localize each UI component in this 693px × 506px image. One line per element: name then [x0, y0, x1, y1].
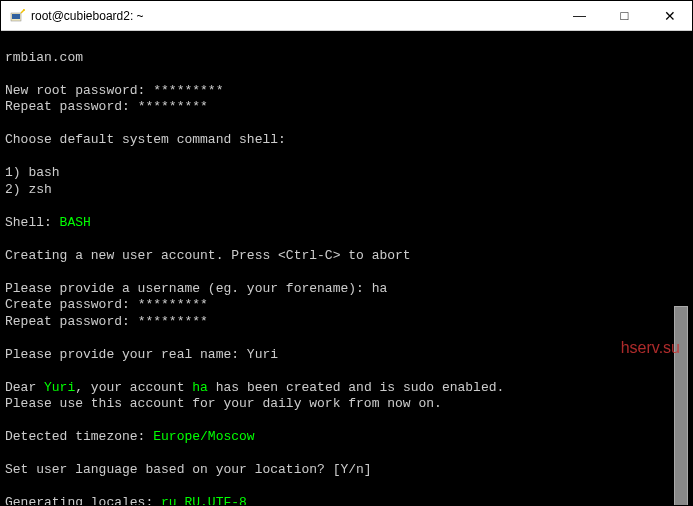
- prompt-label: Create password:: [5, 297, 138, 312]
- text-line: Creating a new user account. Press <Ctrl…: [5, 248, 411, 263]
- menu-option: 2) zsh: [5, 182, 52, 197]
- realname-input: Yuri: [247, 347, 278, 362]
- svg-rect-1: [12, 14, 20, 19]
- masked-password: *********: [153, 83, 223, 98]
- text-line: has been created and is sudo enabled.: [208, 380, 504, 395]
- scrollbar-thumb[interactable]: [674, 306, 688, 505]
- prompt-label: Please provide a username (eg. your fore…: [5, 281, 372, 296]
- maximize-button[interactable]: □: [602, 1, 647, 30]
- shell-selected: BASH: [60, 215, 91, 230]
- window-title: root@cubieboard2: ~: [31, 9, 557, 23]
- masked-password: *********: [138, 314, 208, 329]
- window-titlebar: root@cubieboard2: ~ — □ ✕: [1, 1, 692, 31]
- minimize-button[interactable]: —: [557, 1, 602, 30]
- prompt-label: Generating locales:: [5, 495, 161, 505]
- masked-password: *********: [138, 99, 208, 114]
- prompt-label: Repeat password:: [5, 99, 138, 114]
- prompt-label: Shell:: [5, 215, 60, 230]
- masked-password: *********: [138, 297, 208, 312]
- prompt-label: Detected timezone:: [5, 429, 153, 444]
- text-line: Choose default system command shell:: [5, 132, 286, 147]
- text-line: Please use this account for your daily w…: [5, 396, 442, 411]
- prompt-label: Repeat password:: [5, 314, 138, 329]
- text-line: Set user language based on your location…: [5, 462, 372, 477]
- text-line: Dear: [5, 380, 44, 395]
- putty-icon: [9, 8, 25, 24]
- close-button[interactable]: ✕: [647, 1, 692, 30]
- terminal-viewport[interactable]: rmbian.com New root password: ********* …: [1, 31, 692, 505]
- svg-point-3: [23, 9, 25, 11]
- timezone-value: Europe/Moscow: [153, 429, 254, 444]
- window-controls: — □ ✕: [557, 1, 692, 30]
- locale-value: ru_RU.UTF-8: [161, 495, 247, 505]
- menu-option: 1) bash: [5, 165, 60, 180]
- text-line: rmbian.com: [5, 50, 83, 65]
- prompt-label: New root password:: [5, 83, 153, 98]
- text-line: , your account: [75, 380, 192, 395]
- username-echo: ha: [192, 380, 208, 395]
- terminal-content: rmbian.com New root password: ********* …: [5, 50, 688, 506]
- username-input: ha: [372, 281, 388, 296]
- prompt-label: Please provide your real name:: [5, 347, 247, 362]
- realname-echo: Yuri: [44, 380, 75, 395]
